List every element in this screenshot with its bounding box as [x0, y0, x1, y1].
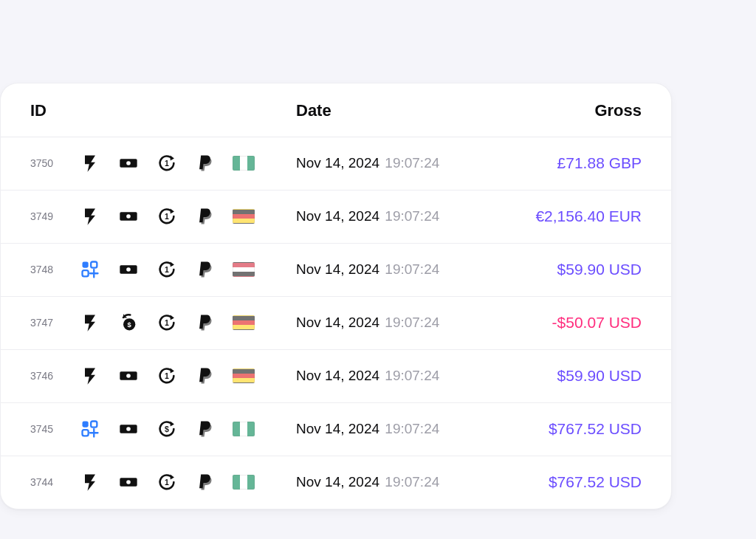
column-header-id[interactable]: ID	[30, 101, 296, 120]
payment-icon	[117, 312, 140, 334]
payment-icon	[117, 258, 140, 281]
transaction-id: 3747	[30, 317, 79, 329]
table-row[interactable]: 3747Nov 14, 2024 19:07:24-$50.07 USD	[1, 297, 671, 350]
row-icons	[79, 152, 296, 174]
type-icon	[79, 418, 101, 440]
transaction-time: 19:07:24	[381, 315, 439, 330]
transaction-gross: $59.90 USD	[510, 261, 642, 278]
recur-icon	[156, 418, 178, 440]
transaction-id: 3745	[30, 423, 79, 435]
table-row[interactable]: 3745Nov 14, 2024 19:07:24$767.52 USD	[1, 403, 671, 456]
type-icon	[79, 365, 101, 387]
payment-icon	[117, 205, 140, 227]
country-flag-icon	[233, 209, 255, 224]
table-header: ID Date Gross	[1, 83, 671, 137]
method-icon	[194, 152, 216, 174]
row-icons	[79, 418, 296, 440]
recur-icon	[156, 365, 178, 387]
transaction-time: 19:07:24	[381, 261, 439, 277]
transactions-table: ID Date Gross 3750Nov 14, 2024 19:07:24£…	[0, 83, 672, 509]
type-icon	[79, 205, 101, 227]
transaction-gross: $59.90 USD	[510, 367, 642, 385]
transaction-date: Nov 14, 2024 19:07:24	[296, 315, 510, 331]
transaction-date: Nov 14, 2024 19:07:24	[296, 155, 510, 171]
payment-icon	[117, 418, 140, 440]
payment-icon	[117, 471, 140, 493]
method-icon	[194, 258, 216, 281]
transaction-date: Nov 14, 2024 19:07:24	[296, 208, 510, 224]
table-row[interactable]: 3749Nov 14, 2024 19:07:24€2,156.40 EUR	[1, 190, 671, 244]
method-icon	[194, 312, 216, 334]
method-icon	[194, 205, 216, 227]
transaction-time: 19:07:24	[381, 421, 439, 436]
transaction-date: Nov 14, 2024 19:07:24	[296, 368, 510, 384]
transaction-time: 19:07:24	[381, 368, 439, 383]
country-flag-icon	[233, 156, 255, 171]
transaction-gross: £71.88 GBP	[510, 154, 642, 172]
row-icons	[79, 312, 296, 334]
transaction-date: Nov 14, 2024 19:07:24	[296, 261, 510, 278]
method-icon	[194, 365, 216, 387]
row-icons	[79, 365, 296, 387]
transaction-id: 3748	[30, 264, 79, 275]
type-icon	[79, 312, 101, 334]
transaction-gross: €2,156.40 EUR	[510, 207, 642, 225]
transaction-time: 19:07:24	[381, 155, 439, 171]
recur-icon	[156, 205, 178, 227]
column-header-gross[interactable]: Gross	[510, 101, 642, 120]
row-icons	[79, 205, 296, 227]
column-header-date[interactable]: Date	[296, 101, 510, 120]
type-icon	[79, 471, 101, 493]
transaction-time: 19:07:24	[381, 474, 439, 490]
transaction-time: 19:07:24	[381, 208, 439, 224]
country-flag-icon	[233, 315, 255, 330]
row-icons	[79, 471, 296, 493]
transaction-gross: $767.52 USD	[510, 473, 642, 491]
table-row[interactable]: 3750Nov 14, 2024 19:07:24£71.88 GBP	[1, 137, 671, 190]
type-icon	[79, 258, 101, 281]
table-row[interactable]: 3748Nov 14, 2024 19:07:24$59.90 USD	[1, 244, 671, 297]
transaction-id: 3749	[30, 210, 79, 222]
transaction-date: Nov 14, 2024 19:07:24	[296, 421, 510, 437]
country-flag-icon	[233, 368, 255, 383]
transaction-id: 3744	[30, 476, 79, 488]
method-icon	[194, 418, 216, 440]
recur-icon	[156, 471, 178, 493]
transaction-id: 3750	[30, 157, 79, 169]
payment-icon	[117, 152, 140, 174]
method-icon	[194, 471, 216, 493]
recur-icon	[156, 152, 178, 174]
country-flag-icon	[233, 475, 255, 490]
recur-icon	[156, 258, 178, 281]
row-icons	[79, 258, 296, 281]
table-row[interactable]: 3744Nov 14, 2024 19:07:24$767.52 USD	[1, 456, 671, 509]
table-row[interactable]: 3746Nov 14, 2024 19:07:24$59.90 USD	[1, 350, 671, 403]
country-flag-icon	[233, 422, 255, 436]
recur-icon	[156, 312, 178, 334]
transaction-id: 3746	[30, 370, 79, 382]
type-icon	[79, 152, 101, 174]
transaction-date: Nov 14, 2024 19:07:24	[296, 474, 510, 490]
country-flag-icon	[233, 262, 255, 277]
payment-icon	[117, 365, 140, 387]
transaction-gross: -$50.07 USD	[510, 314, 642, 332]
transaction-gross: $767.52 USD	[510, 420, 642, 438]
